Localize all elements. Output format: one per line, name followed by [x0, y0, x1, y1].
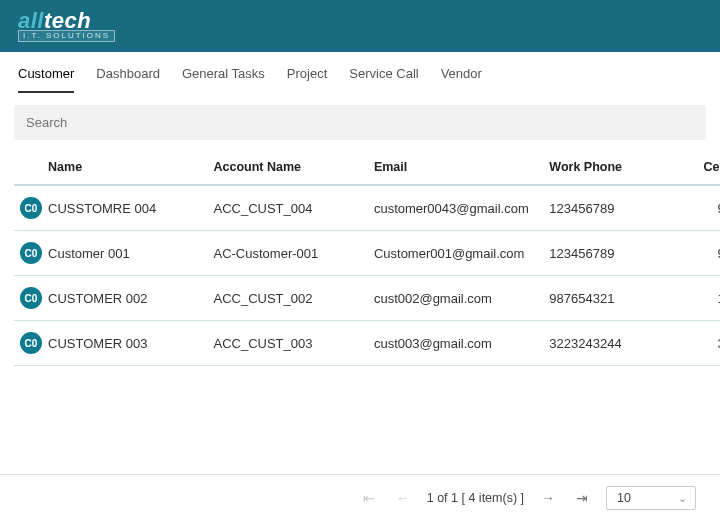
chevron-down-icon: ⌄: [678, 491, 687, 504]
cell-email: cust002@gmail.com: [368, 276, 543, 321]
page-size-select[interactable]: 10 ⌄: [606, 486, 696, 510]
chevron-bar-left-icon: ⇤: [363, 490, 375, 506]
cell-account: ACC_CUST_004: [207, 185, 367, 231]
tab-dashboard[interactable]: Dashboard: [96, 66, 160, 93]
tab-vendor[interactable]: Vendor: [441, 66, 482, 93]
cell-email: Customer001@gmail.com: [368, 231, 543, 276]
search-input[interactable]: [14, 105, 706, 140]
customer-table: Name Account Name Email Work Phone Cell …: [14, 150, 720, 366]
cell-account: ACC_CUST_003: [207, 321, 367, 366]
cell-name: Customer 001: [42, 231, 207, 276]
cell-email: customer0043@gmail.com: [368, 185, 543, 231]
tab-service-call[interactable]: Service Call: [349, 66, 418, 93]
col-avatar: [14, 150, 42, 185]
brand-name: alltech: [18, 10, 115, 32]
cell-cell-phone: 1234567: [684, 276, 720, 321]
app-header: alltech I.T. SOLUTIONS: [0, 0, 720, 52]
cell-work-phone: 3223243244: [543, 321, 683, 366]
tab-general-tasks[interactable]: General Tasks: [182, 66, 265, 93]
cell-work-phone: 123456789: [543, 231, 683, 276]
chevron-bar-right-icon: ⇥: [576, 490, 588, 506]
brand-logo: alltech I.T. SOLUTIONS: [18, 10, 115, 42]
avatar: C0: [20, 242, 42, 264]
brand-subtitle: I.T. SOLUTIONS: [18, 30, 115, 42]
page-size-value: 10: [617, 491, 631, 505]
pager-first-button[interactable]: ⇤: [359, 488, 379, 508]
table-header-row: Name Account Name Email Work Phone Cell …: [14, 150, 720, 185]
cell-account: ACC_CUST_002: [207, 276, 367, 321]
customer-table-wrap: Name Account Name Email Work Phone Cell …: [0, 150, 720, 474]
cell-cell-phone: 9876543: [684, 231, 720, 276]
table-row[interactable]: C0 Customer 001 AC-Customer-001 Customer…: [14, 231, 720, 276]
pager-next-button[interactable]: →: [538, 488, 558, 508]
search-bar: [14, 105, 706, 140]
pager-last-button[interactable]: ⇥: [572, 488, 592, 508]
table-row[interactable]: C0 CUSTOMER 003 ACC_CUST_003 cust003@gma…: [14, 321, 720, 366]
cell-account: AC-Customer-001: [207, 231, 367, 276]
cell-cell-phone: 9876543: [684, 185, 720, 231]
cell-cell-phone: 3242234: [684, 321, 720, 366]
col-email[interactable]: Email: [368, 150, 543, 185]
table-row[interactable]: C0 CUSSTOMRE 004 ACC_CUST_004 customer00…: [14, 185, 720, 231]
cell-name: CUSTOMER 003: [42, 321, 207, 366]
col-account-name[interactable]: Account Name: [207, 150, 367, 185]
avatar: C0: [20, 197, 42, 219]
cell-name: CUSSTOMRE 004: [42, 185, 207, 231]
col-name[interactable]: Name: [42, 150, 207, 185]
cell-name: CUSTOMER 002: [42, 276, 207, 321]
pager-status: 1 of 1 [ 4 item(s) ]: [427, 491, 524, 505]
arrow-left-icon: ←: [396, 490, 410, 506]
arrow-right-icon: →: [541, 490, 555, 506]
pager-prev-button[interactable]: ←: [393, 488, 413, 508]
cell-email: cust003@gmail.com: [368, 321, 543, 366]
cell-work-phone: 987654321: [543, 276, 683, 321]
avatar: C0: [20, 332, 42, 354]
cell-work-phone: 123456789: [543, 185, 683, 231]
pagination-bar: ⇤ ← 1 of 1 [ 4 item(s) ] → ⇥ 10 ⌄: [0, 474, 720, 520]
tab-project[interactable]: Project: [287, 66, 327, 93]
tab-customer[interactable]: Customer: [18, 66, 74, 93]
col-work-phone[interactable]: Work Phone: [543, 150, 683, 185]
col-cell-phone[interactable]: Cell Phone: [684, 150, 720, 185]
table-row[interactable]: C0 CUSTOMER 002 ACC_CUST_002 cust002@gma…: [14, 276, 720, 321]
main-nav: Customer Dashboard General Tasks Project…: [0, 52, 720, 93]
avatar: C0: [20, 287, 42, 309]
